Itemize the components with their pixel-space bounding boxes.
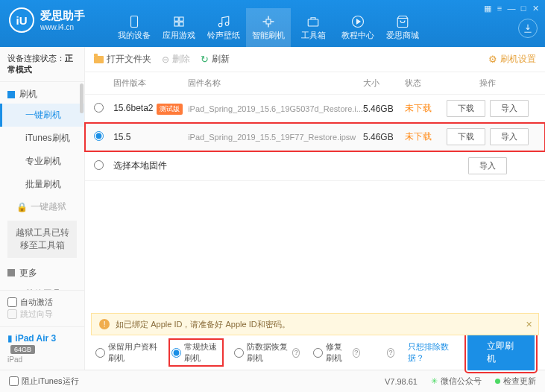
- firmware-version: 15.6beta2测试版: [113, 103, 188, 115]
- nav-app[interactable]: 应用游戏: [157, 8, 201, 47]
- firmware-size: 5.46GB: [363, 104, 405, 114]
- download-center-icon[interactable]: [518, 19, 538, 38]
- nav-ringtone[interactable]: 铃声壁纸: [201, 8, 246, 47]
- lock-icon: 🔒: [16, 202, 28, 212]
- nav-device[interactable]: 我的设备: [112, 8, 157, 47]
- flash-mode-option[interactable]: 修复刷机 ?: [313, 341, 359, 364]
- nav-toolbox[interactable]: 工具箱: [291, 8, 335, 47]
- toolbox-icon: [306, 15, 320, 28]
- refresh-icon: ↻: [201, 54, 209, 65]
- brand: iU 爱思助手 www.i4.cn: [9, 7, 85, 33]
- flash-mode-option[interactable]: 防数据恢复刷机 ?: [234, 341, 300, 364]
- sidebar-item[interactable]: iTunes刷机: [0, 127, 84, 150]
- sidebar-item[interactable]: 批量刷机: [0, 173, 84, 196]
- minimize-button[interactable]: —: [506, 3, 517, 13]
- svg-rect-7: [266, 19, 271, 24]
- firmware-radio[interactable]: [94, 131, 104, 141]
- help-icon[interactable]: ?: [292, 348, 300, 358]
- svg-point-6: [225, 22, 229, 25]
- local-firmware-radio[interactable]: [94, 160, 104, 170]
- svg-rect-1: [174, 17, 178, 21]
- firmware-status: 未下载: [405, 130, 439, 143]
- nav-shop[interactable]: 爱思商城: [380, 8, 425, 47]
- brand-name: 爱思助手: [40, 9, 85, 23]
- square-icon: [7, 269, 15, 276]
- sidebar-group-flash[interactable]: 刷机: [0, 82, 84, 104]
- flash-mode-option[interactable]: 保留用户资料刷机: [95, 341, 158, 364]
- folder-icon: [94, 56, 104, 63]
- close-button[interactable]: ✕: [530, 3, 541, 13]
- wechat-link[interactable]: ✳微信公众号: [431, 376, 482, 387]
- block-itunes-checkbox[interactable]: 阻止iTunes运行: [9, 376, 79, 387]
- wechat-icon: ✳: [431, 376, 438, 386]
- sidebar-group-more[interactable]: 更多: [0, 261, 84, 282]
- logo-icon: iU: [9, 7, 34, 33]
- svg-point-5: [218, 23, 222, 27]
- ringtone-icon: [217, 15, 230, 28]
- firmware-row[interactable]: 15.5iPad_Spring_2019_15.5_19F77_Restore.…: [85, 123, 545, 151]
- download-button[interactable]: 下载: [447, 128, 485, 145]
- svg-rect-3: [174, 22, 178, 25]
- import-button[interactable]: 导入: [490, 100, 529, 117]
- flash-settings-button[interactable]: ⚙刷机设置: [488, 53, 536, 66]
- warning-icon: !: [99, 319, 110, 329]
- firmware-size: 5.46GB: [363, 132, 405, 142]
- flash-icon: [262, 15, 275, 28]
- brand-url: www.i4.cn: [40, 23, 85, 31]
- header-menu-icon[interactable]: ≡: [494, 3, 505, 13]
- delete-icon: ⊖: [162, 54, 169, 65]
- maximize-button[interactable]: □: [518, 3, 529, 13]
- device-info[interactable]: ▮ iPad Air 364GB iPad: [0, 326, 84, 370]
- firmware-name: iPad_Spring_2019_15.6_19G5037d_Restore.i…: [188, 104, 363, 113]
- jailbreak-note: 越狱工具已转移至工具箱: [7, 221, 77, 258]
- firmware-version: 15.5: [113, 132, 188, 142]
- open-folder-button[interactable]: 打开文件夹: [94, 53, 151, 66]
- svg-rect-0: [131, 16, 138, 27]
- check-update-link[interactable]: 检查更新: [495, 376, 536, 387]
- auto-activate-checkbox[interactable]: 自动激活: [7, 297, 53, 308]
- svg-rect-8: [308, 19, 318, 26]
- delete-button: ⊖删除: [162, 53, 190, 66]
- status-dot-icon: [495, 379, 500, 384]
- connection-status: 设备连接状态：正常模式: [0, 47, 84, 82]
- shop-icon: [396, 15, 409, 28]
- import-button[interactable]: 导入: [490, 128, 529, 145]
- sidebar-group-jailbreak: 🔒一键越狱: [0, 196, 84, 218]
- version-label: V7.98.61: [385, 377, 418, 386]
- svg-rect-2: [180, 17, 183, 21]
- svg-rect-4: [180, 22, 183, 25]
- firmware-name: iPad_Spring_2019_15.5_19F77_Restore.ipsw: [188, 133, 363, 142]
- appleid-warning: ! 如已绑定 Apple ID，请准备好 Apple ID和密码。 ✕: [91, 313, 539, 335]
- header-grid-icon[interactable]: ▦: [482, 3, 493, 13]
- firmware-status: 未下载: [405, 102, 439, 115]
- help-icon[interactable]: ?: [353, 348, 360, 358]
- help-icon[interactable]: ?: [387, 348, 395, 358]
- tutorial-icon: [351, 15, 365, 28]
- flash-now-button[interactable]: 立即刷机: [467, 335, 535, 370]
- firmware-radio[interactable]: [94, 103, 104, 113]
- sidebar-item[interactable]: 专业刷机: [0, 150, 84, 173]
- exclude-data-link[interactable]: 只想排除数据？: [408, 341, 453, 364]
- download-button[interactable]: 下载: [447, 100, 485, 117]
- gear-icon: ⚙: [488, 54, 497, 65]
- table-header: 固件版本 固件名称 大小 状态 操作: [85, 72, 545, 95]
- close-warning-icon[interactable]: ✕: [526, 320, 532, 329]
- sidebar-item[interactable]: 其他工具: [0, 282, 84, 290]
- import-button[interactable]: 导入: [468, 157, 507, 174]
- flash-mode-option[interactable]: 常规快速刷机: [171, 341, 221, 364]
- sidebar-item[interactable]: 一键刷机: [0, 104, 84, 127]
- local-firmware-label: 选择本地固件: [113, 159, 188, 172]
- nav-tutorial[interactable]: 教程中心: [335, 8, 380, 47]
- device-icon: [127, 15, 141, 28]
- square-icon: [7, 91, 15, 98]
- firmware-row[interactable]: 15.6beta2测试版iPad_Spring_2019_15.6_19G503…: [85, 95, 545, 123]
- skip-guide-checkbox[interactable]: 跳过向导: [7, 309, 53, 320]
- app-icon: [172, 15, 186, 28]
- refresh-button[interactable]: ↻刷新: [201, 53, 230, 66]
- nav-flash[interactable]: 智能刷机: [246, 8, 291, 47]
